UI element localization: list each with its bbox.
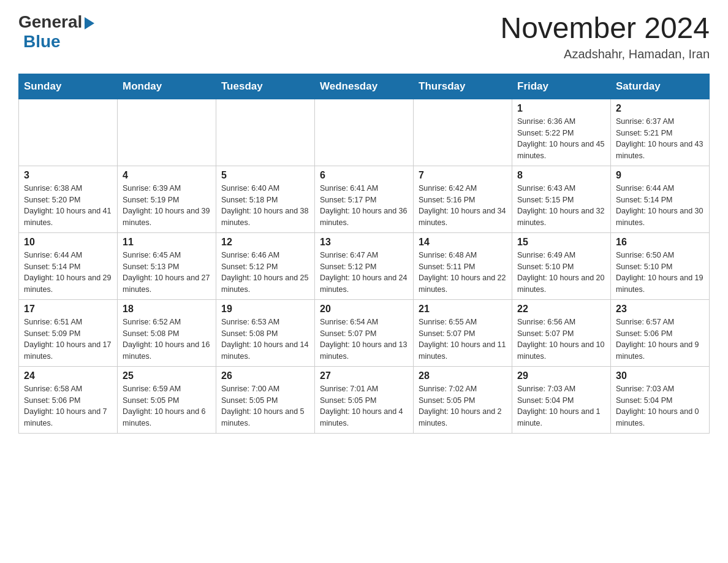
day-number: 7	[419, 170, 507, 181]
day-info: Sunrise: 6:51 AMSunset: 5:09 PMDaylight:…	[24, 316, 112, 362]
day-of-week-thursday: Thursday	[414, 74, 512, 99]
logo-blue-text: Blue	[23, 32, 61, 52]
day-number: 3	[24, 170, 112, 181]
calendar-cell: 30Sunrise: 7:03 AMSunset: 5:04 PMDayligh…	[611, 366, 710, 433]
day-info: Sunrise: 6:59 AMSunset: 5:05 PMDaylight:…	[123, 383, 211, 429]
calendar-cell: 13Sunrise: 6:47 AMSunset: 5:12 PMDayligh…	[315, 232, 414, 299]
day-number: 5	[221, 170, 309, 181]
calendar-cell: 20Sunrise: 6:54 AMSunset: 5:07 PMDayligh…	[315, 299, 414, 366]
day-number: 24	[24, 370, 112, 381]
calendar-cell: 2Sunrise: 6:37 AMSunset: 5:21 PMDaylight…	[611, 99, 710, 166]
logo: General Blue	[18, 12, 94, 52]
day-info: Sunrise: 6:55 AMSunset: 5:07 PMDaylight:…	[419, 316, 507, 362]
day-number: 20	[320, 304, 408, 315]
day-info: Sunrise: 6:41 AMSunset: 5:17 PMDaylight:…	[320, 183, 408, 229]
day-of-week-monday: Monday	[118, 74, 216, 99]
day-number: 27	[320, 370, 408, 381]
day-info: Sunrise: 6:56 AMSunset: 5:07 PMDaylight:…	[517, 316, 605, 362]
day-number: 4	[123, 170, 211, 181]
calendar-cell	[118, 99, 216, 166]
day-number: 29	[517, 370, 605, 381]
day-of-week-tuesday: Tuesday	[216, 74, 315, 99]
calendar-cell	[216, 99, 315, 166]
calendar-cell: 15Sunrise: 6:49 AMSunset: 5:10 PMDayligh…	[512, 232, 611, 299]
day-info: Sunrise: 6:40 AMSunset: 5:18 PMDaylight:…	[221, 183, 309, 229]
calendar-cell: 24Sunrise: 6:58 AMSunset: 5:06 PMDayligh…	[19, 366, 118, 433]
day-number: 19	[221, 304, 309, 315]
title-block: November 2024 Azadshahr, Hamadan, Iran	[500, 12, 710, 61]
day-number: 11	[123, 237, 211, 248]
day-number: 15	[517, 237, 605, 248]
calendar-cell: 26Sunrise: 7:00 AMSunset: 5:05 PMDayligh…	[216, 366, 315, 433]
day-number: 21	[419, 304, 507, 315]
day-number: 18	[123, 304, 211, 315]
calendar-cell: 14Sunrise: 6:48 AMSunset: 5:11 PMDayligh…	[414, 232, 512, 299]
calendar-cell: 5Sunrise: 6:40 AMSunset: 5:18 PMDaylight…	[216, 166, 315, 232]
day-number: 28	[419, 370, 507, 381]
day-number: 1	[517, 103, 605, 114]
day-info: Sunrise: 7:01 AMSunset: 5:05 PMDaylight:…	[320, 383, 408, 429]
day-number: 2	[616, 103, 704, 114]
calendar-cell	[315, 99, 414, 166]
calendar-cell: 21Sunrise: 6:55 AMSunset: 5:07 PMDayligh…	[414, 299, 512, 366]
day-number: 26	[221, 370, 309, 381]
day-info: Sunrise: 6:43 AMSunset: 5:15 PMDaylight:…	[517, 183, 605, 229]
day-info: Sunrise: 6:48 AMSunset: 5:11 PMDaylight:…	[419, 250, 507, 296]
calendar-cell: 11Sunrise: 6:45 AMSunset: 5:13 PMDayligh…	[118, 232, 216, 299]
calendar-week-2: 10Sunrise: 6:44 AMSunset: 5:14 PMDayligh…	[19, 232, 710, 299]
calendar-cell: 25Sunrise: 6:59 AMSunset: 5:05 PMDayligh…	[118, 366, 216, 433]
calendar-cell: 28Sunrise: 7:02 AMSunset: 5:05 PMDayligh…	[414, 366, 512, 433]
calendar-cell: 27Sunrise: 7:01 AMSunset: 5:05 PMDayligh…	[315, 366, 414, 433]
day-of-week-saturday: Saturday	[611, 74, 710, 99]
day-number: 9	[616, 170, 704, 181]
day-info: Sunrise: 6:42 AMSunset: 5:16 PMDaylight:…	[419, 183, 507, 229]
day-info: Sunrise: 6:53 AMSunset: 5:08 PMDaylight:…	[221, 316, 309, 362]
logo-arrow-icon	[85, 17, 94, 29]
day-info: Sunrise: 6:52 AMSunset: 5:08 PMDaylight:…	[123, 316, 211, 362]
day-number: 23	[616, 304, 704, 315]
day-info: Sunrise: 6:39 AMSunset: 5:19 PMDaylight:…	[123, 183, 211, 229]
day-info: Sunrise: 6:46 AMSunset: 5:12 PMDaylight:…	[221, 250, 309, 296]
day-info: Sunrise: 6:44 AMSunset: 5:14 PMDaylight:…	[616, 183, 704, 229]
day-number: 22	[517, 304, 605, 315]
calendar-cell: 17Sunrise: 6:51 AMSunset: 5:09 PMDayligh…	[19, 299, 118, 366]
calendar-cell: 4Sunrise: 6:39 AMSunset: 5:19 PMDaylight…	[118, 166, 216, 232]
day-info: Sunrise: 6:45 AMSunset: 5:13 PMDaylight:…	[123, 250, 211, 296]
day-number: 10	[24, 237, 112, 248]
day-info: Sunrise: 6:58 AMSunset: 5:06 PMDaylight:…	[24, 383, 112, 429]
day-of-week-wednesday: Wednesday	[315, 74, 414, 99]
calendar-cell: 9Sunrise: 6:44 AMSunset: 5:14 PMDaylight…	[611, 166, 710, 232]
day-info: Sunrise: 6:38 AMSunset: 5:20 PMDaylight:…	[24, 183, 112, 229]
calendar-cell: 10Sunrise: 6:44 AMSunset: 5:14 PMDayligh…	[19, 232, 118, 299]
day-info: Sunrise: 6:36 AMSunset: 5:22 PMDaylight:…	[517, 116, 605, 162]
calendar-cell	[414, 99, 512, 166]
calendar-cell: 18Sunrise: 6:52 AMSunset: 5:08 PMDayligh…	[118, 299, 216, 366]
day-info: Sunrise: 7:02 AMSunset: 5:05 PMDaylight:…	[419, 383, 507, 429]
day-number: 30	[616, 370, 704, 381]
day-info: Sunrise: 7:03 AMSunset: 5:04 PMDaylight:…	[517, 383, 605, 429]
day-info: Sunrise: 6:37 AMSunset: 5:21 PMDaylight:…	[616, 116, 704, 162]
day-info: Sunrise: 6:49 AMSunset: 5:10 PMDaylight:…	[517, 250, 605, 296]
calendar-cell: 7Sunrise: 6:42 AMSunset: 5:16 PMDaylight…	[414, 166, 512, 232]
calendar-cell: 8Sunrise: 6:43 AMSunset: 5:15 PMDaylight…	[512, 166, 611, 232]
calendar-cell	[19, 99, 118, 166]
day-info: Sunrise: 6:44 AMSunset: 5:14 PMDaylight:…	[24, 250, 112, 296]
calendar-cell: 16Sunrise: 6:50 AMSunset: 5:10 PMDayligh…	[611, 232, 710, 299]
day-info: Sunrise: 6:57 AMSunset: 5:06 PMDaylight:…	[616, 316, 704, 362]
calendar-week-0: 1Sunrise: 6:36 AMSunset: 5:22 PMDaylight…	[19, 99, 710, 166]
calendar-cell: 29Sunrise: 7:03 AMSunset: 5:04 PMDayligh…	[512, 366, 611, 433]
calendar-header: SundayMondayTuesdayWednesdayThursdayFrid…	[19, 74, 710, 99]
calendar-week-4: 24Sunrise: 6:58 AMSunset: 5:06 PMDayligh…	[19, 366, 710, 433]
logo-general-text: General	[18, 12, 82, 32]
day-number: 16	[616, 237, 704, 248]
calendar-table: SundayMondayTuesdayWednesdayThursdayFrid…	[18, 74, 710, 434]
calendar-cell: 22Sunrise: 6:56 AMSunset: 5:07 PMDayligh…	[512, 299, 611, 366]
calendar-week-1: 3Sunrise: 6:38 AMSunset: 5:20 PMDaylight…	[19, 166, 710, 232]
day-number: 25	[123, 370, 211, 381]
page-header: General Blue November 2024 Azadshahr, Ha…	[18, 12, 710, 61]
day-number: 12	[221, 237, 309, 248]
day-number: 8	[517, 170, 605, 181]
calendar-cell: 3Sunrise: 6:38 AMSunset: 5:20 PMDaylight…	[19, 166, 118, 232]
day-info: Sunrise: 7:03 AMSunset: 5:04 PMDaylight:…	[616, 383, 704, 429]
day-number: 17	[24, 304, 112, 315]
